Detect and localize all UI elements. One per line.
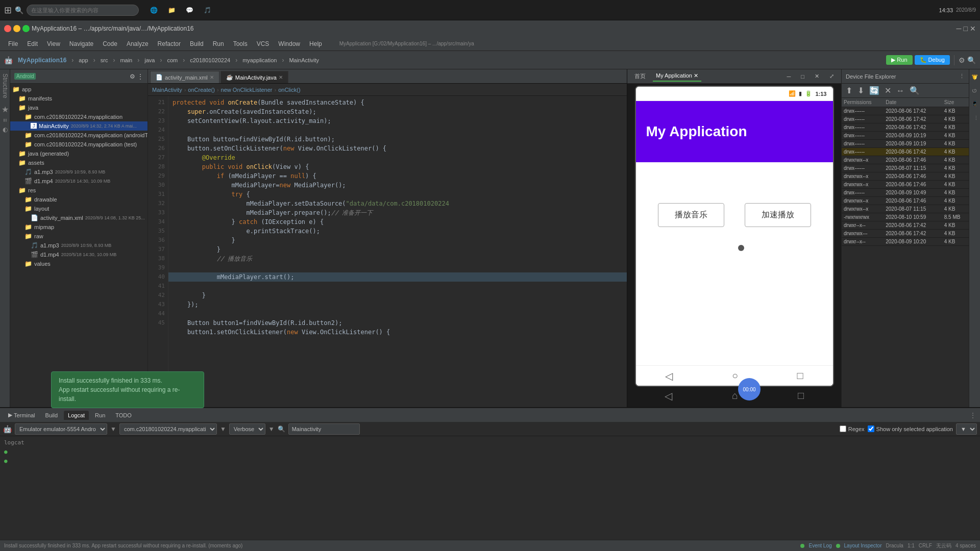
fm-download-icon[interactable]: ⬇ — [855, 85, 866, 96]
file-manager-options-icon[interactable]: ⋮ — [959, 73, 965, 80]
tab-build[interactable]: Build — [41, 411, 62, 420]
file-row-1[interactable]: drwx------2020-08-06 17:424 KB — [842, 115, 969, 123]
status-spaces[interactable]: 4 spaces — [955, 543, 976, 548]
phone-btn-speed[interactable]: 加速播放 — [745, 203, 811, 227]
file-row-11[interactable]: drwxrwx--x2020-08-06 17:464 KB — [842, 197, 969, 205]
windows-logo-icon[interactable]: ⊞ — [4, 5, 12, 16]
sidebar-icon-device[interactable]: 📱 — [971, 98, 978, 110]
event-log-link[interactable]: Event Log — [808, 543, 831, 548]
tab-run[interactable]: Run — [91, 411, 109, 420]
toolbar-mainactivity[interactable]: MainActivity — [286, 56, 322, 64]
tree-item-3[interactable]: 📁 com.c201801020224.myapplication — [10, 112, 148, 121]
tab-java-close[interactable]: ✕ — [279, 74, 283, 80]
toolbar-settings-icon[interactable]: ⚙ — [959, 56, 965, 64]
emu-back-icon[interactable]: ◁ — [665, 390, 672, 402]
tab-xml-close[interactable]: ✕ — [210, 74, 214, 80]
fm-sync-icon[interactable]: ↔ — [894, 85, 906, 96]
tree-item-17[interactable]: 🎵 a1.mp32020/8/9 10:59, 8.93 MB — [10, 241, 148, 250]
file-row-3[interactable]: drwx------2020-08-09 10:194 KB — [842, 132, 969, 140]
sidebar-icon-gradle[interactable]: G — [971, 86, 978, 96]
file-row-9[interactable]: drwxrwx--x2020-08-06 17:464 KB — [842, 181, 969, 189]
left-icon-structure[interactable]: Structure — [2, 71, 9, 101]
project-options-icon[interactable]: ⋮ — [137, 73, 143, 80]
float-circle[interactable]: 00:00 — [738, 378, 761, 400]
taskbar-icon-music[interactable]: 🎵 — [200, 5, 215, 15]
file-row-16[interactable]: drwxr--x--2020-08-09 10:204 KB — [842, 238, 969, 246]
win-max-button[interactable] — [22, 25, 30, 32]
project-name[interactable]: MyApplication16 — [15, 56, 69, 65]
menu-file[interactable]: File — [4, 39, 22, 49]
tree-item-12[interactable]: 📁 drawable — [10, 195, 148, 204]
emu-tab-app[interactable]: My Application ✕ — [653, 71, 701, 82]
tree-item-2[interactable]: 📁 java — [10, 103, 148, 112]
tree-item-6[interactable]: 📁 com.c201801020224.myapplication (test) — [10, 140, 148, 149]
tree-item-9[interactable]: 🎵 a1.mp32020/8/9 10:59, 8.93 MB — [10, 167, 148, 177]
project-settings-icon[interactable]: ⚙ — [130, 73, 135, 80]
show-only-dropdown[interactable]: ▼ — [956, 423, 977, 435]
toolbar-java[interactable]: java — [141, 56, 158, 64]
file-row-12[interactable]: drwxrwx--x2020-08-07 11:154 KB — [842, 205, 969, 213]
file-row-6[interactable]: drwxrwx--x2020-08-06 17:464 KB — [842, 156, 969, 164]
file-row-4[interactable]: drwx------2020-08-09 10:194 KB — [842, 140, 969, 148]
tab-terminal[interactable]: ▶ Terminal — [4, 410, 39, 420]
emu-detach-icon[interactable]: ⤢ — [826, 71, 837, 81]
tree-item-8[interactable]: 📁 assets — [10, 158, 148, 167]
menu-window[interactable]: Window — [274, 39, 304, 49]
file-row-13[interactable]: -rwxrwxrwx2020-08-10 10:598.5 MB — [842, 213, 969, 221]
ide-minimize-icon[interactable]: ─ — [957, 24, 962, 33]
show-only-checkbox[interactable] — [868, 425, 874, 432]
verbose-dropdown[interactable]: Verbose Debug Info Warn Error — [229, 423, 265, 435]
tab-logcat[interactable]: Logcat — [64, 411, 89, 420]
file-row-2[interactable]: drwx------2020-08-06 17:424 KB — [842, 123, 969, 132]
tab-activity-main-xml[interactable]: 📄 activity_main.xml ✕ — [150, 71, 219, 83]
file-row-8[interactable]: drwxrwx--x2020-08-06 17:464 KB — [842, 172, 969, 181]
bottom-options-icon[interactable]: ⋮ — [970, 412, 976, 419]
ide-maximize-icon[interactable]: □ — [964, 24, 968, 33]
regex-checkbox[interactable] — [840, 425, 846, 432]
tree-item-0[interactable]: 📁 app — [10, 85, 148, 94]
tree-item-5[interactable]: 📁 com.c201801020224.myapplication (andro… — [10, 131, 148, 140]
taskbar-icon-chat[interactable]: 💬 — [182, 5, 198, 15]
tree-item-10[interactable]: 🎬 d1.mp42020/5/18 14:30, 10.09 MB — [10, 177, 148, 186]
menu-tools[interactable]: Tools — [229, 39, 252, 49]
emu-maximize-icon[interactable]: □ — [798, 72, 807, 81]
tree-item-4[interactable]: 🅹 MainActivity2020/8/9 14:32, 2.74 KB A … — [10, 121, 148, 131]
file-row-5[interactable]: drwx------2020-08-06 17:424 KB — [842, 148, 969, 156]
os-search-input[interactable] — [27, 5, 139, 16]
fm-delete-icon[interactable]: ✕ — [883, 85, 893, 96]
emu-menu-icon[interactable]: □ — [798, 390, 804, 402]
tree-item-13[interactable]: 📁 layout — [10, 204, 148, 213]
status-encoding[interactable]: 无云码 — [936, 542, 951, 549]
layout-inspector-link[interactable]: Layout Inspector — [844, 543, 882, 548]
menu-run[interactable]: Run — [209, 39, 228, 49]
logcat-filter-input[interactable] — [288, 423, 360, 435]
left-icon-1[interactable]: ≡ — [2, 118, 9, 122]
tree-item-15[interactable]: 📁 mipmap — [10, 222, 148, 232]
emu-home-btn-icon[interactable]: ⌂ — [732, 390, 738, 402]
win-min-button[interactable] — [13, 25, 20, 32]
phone-home-icon[interactable]: ○ — [732, 370, 738, 382]
tab-mainactivity-java[interactable]: ☕ MainActivity.java ✕ — [220, 71, 288, 83]
breadcrumb-mainactivity[interactable]: MainActivity — [152, 87, 182, 93]
emu-minimize-icon[interactable]: ─ — [784, 72, 794, 81]
toolbar-search-icon[interactable]: 🔍 — [967, 56, 976, 64]
menu-view[interactable]: View — [43, 39, 64, 49]
file-row-10[interactable]: drwx------2020-08-09 10:494 KB — [842, 189, 969, 197]
menu-analyze[interactable]: Analyze — [122, 39, 153, 49]
left-icon-favorites[interactable]: ★ — [0, 105, 10, 114]
menu-help[interactable]: Help — [305, 39, 326, 49]
toolbar-src[interactable]: src — [97, 56, 111, 64]
tree-item-16[interactable]: 📁 raw — [10, 232, 148, 241]
left-icon-2[interactable]: ◐ — [2, 126, 9, 133]
toolbar-main[interactable]: main — [117, 56, 135, 64]
emulator-dropdown[interactable]: Emulator emulator-5554 Andro — [15, 423, 107, 435]
file-row-15[interactable]: drwxrwx---2020-08-06 17:424 KB — [842, 230, 969, 238]
toolbar-myapp[interactable]: myapplication — [239, 56, 280, 64]
menu-edit[interactable]: Edit — [23, 39, 42, 49]
win-close-button[interactable] — [4, 25, 11, 32]
tree-item-7[interactable]: 📁 java (generated) — [10, 149, 148, 158]
menu-build[interactable]: Build — [186, 39, 208, 49]
emu-tab-home[interactable]: 首页 — [631, 71, 649, 82]
phone-recents-icon[interactable]: □ — [797, 370, 803, 382]
tree-item-11[interactable]: 📁 res — [10, 186, 148, 195]
